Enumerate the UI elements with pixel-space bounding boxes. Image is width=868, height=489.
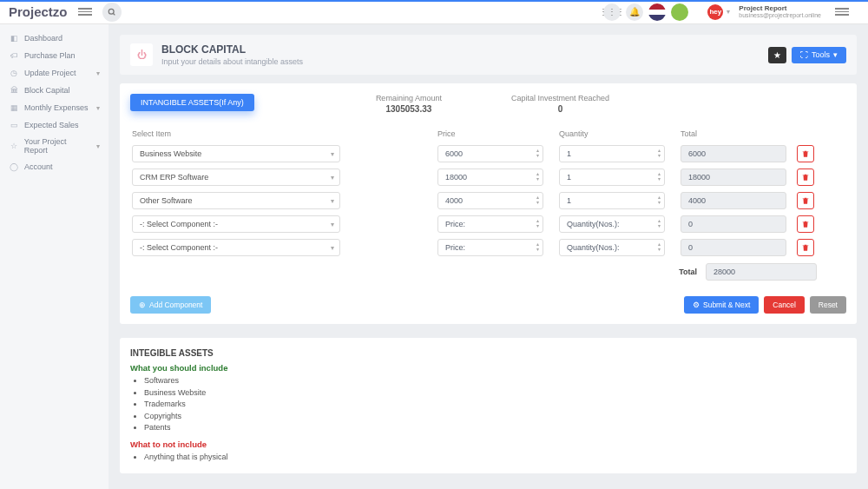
menu-toggle-button[interactable]: [78, 5, 92, 19]
submit-button[interactable]: ⚙ Submit & Next: [684, 296, 759, 314]
svg-line-1: [113, 13, 115, 15]
remaining-value: 1305053.33: [376, 104, 442, 114]
reset-button[interactable]: Reset: [810, 296, 846, 314]
right-menu-button[interactable]: [835, 5, 849, 19]
delete-button[interactable]: [797, 169, 814, 186]
list-item: Anything that is physical: [144, 452, 846, 464]
reached-value: 0: [511, 104, 609, 114]
trash-icon: [801, 243, 810, 252]
chevron-down-icon: ▾: [96, 69, 100, 77]
info-heading: INTEGIBLE ASSETS: [130, 348, 846, 358]
add-component-button[interactable]: ⊕ Add Component: [130, 296, 211, 314]
star-icon: ☆: [9, 141, 19, 151]
reached-label: Capital Investment Reached: [511, 94, 609, 102]
page-subtitle: Input your details about intangible asse…: [161, 57, 303, 66]
table-row: -: Select Component :- Price:▴▾ Quantity…: [130, 215, 846, 233]
list-item: Patents: [144, 422, 846, 434]
sidebar-label: Monthly Expenses: [24, 103, 89, 112]
table-row: -: Select Component :- Price:▴▾ Quantity…: [130, 239, 846, 256]
topbar: Projectzo ⋮⋮⋮ 🔔 hey ▾ Project Report bus…: [0, 0, 868, 24]
item-select[interactable]: CRM ERP Software: [132, 169, 340, 186]
user-email: business@projectreport.online: [739, 12, 821, 19]
main-content: ⏻ BLOCK CAPITAL Input your details about…: [108, 24, 868, 489]
tools-button[interactable]: ⛶ Tools ▾: [792, 47, 846, 63]
submit-label: Submit & Next: [703, 301, 750, 309]
info-card: INTEGIBLE ASSETS What you should include…: [120, 338, 857, 473]
search-button[interactable]: [102, 3, 122, 22]
delete-button[interactable]: [797, 145, 814, 162]
delete-button[interactable]: [797, 192, 814, 209]
add-label: Add Component: [149, 301, 202, 309]
page-header: ⏻ BLOCK CAPITAL Input your details about…: [120, 35, 857, 75]
sidebar-item-purchase-plan[interactable]: 🏷 Purchase Plan: [0, 47, 108, 64]
list-item: Softwares: [144, 375, 846, 387]
user-icon: ◯: [9, 162, 19, 172]
cancel-button[interactable]: Cancel: [764, 296, 804, 314]
list-item: Copyrights: [144, 411, 846, 423]
total-value: 28000: [706, 263, 817, 281]
tools-icon: ⛶: [800, 50, 808, 59]
sidebar-item-dashboard[interactable]: ◧ Dashboard: [0, 30, 108, 47]
row-total: 4000: [681, 192, 786, 209]
price-input[interactable]: Price:▴▾: [437, 239, 543, 256]
item-select[interactable]: -: Select Component :-: [132, 239, 340, 256]
apps-button[interactable]: ⋮⋮⋮: [603, 3, 621, 21]
page-title: BLOCK CAPITAL: [161, 43, 303, 56]
price-input[interactable]: Price:▴▾: [437, 215, 543, 233]
qty-input[interactable]: Quantity(Nos.):▴▾: [559, 215, 665, 233]
sidebar-item-project-report[interactable]: ☆ Your Project Report ▾: [0, 134, 108, 158]
tab-intangible-assets[interactable]: INTANGIBLE ASSETS(If Any): [130, 94, 254, 111]
item-select[interactable]: -: Select Component :-: [132, 215, 340, 233]
sidebar-label: Purchase Plan: [24, 51, 76, 60]
qty-input[interactable]: 1▴▾: [559, 192, 665, 209]
price-input[interactable]: 4000▴▾: [437, 192, 543, 209]
star-button[interactable]: ★: [768, 47, 786, 63]
dashboard-icon: ◧: [9, 33, 19, 43]
tools-label: Tools: [812, 50, 830, 59]
price-input[interactable]: 6000▴▾: [437, 145, 543, 162]
sidebar-item-account[interactable]: ◯ Account: [0, 158, 108, 175]
qty-input[interactable]: 1▴▾: [559, 145, 665, 162]
table-row: CRM ERP Software 18000▴▾ 1▴▾ 18000: [130, 169, 846, 186]
table-row: Other Software 4000▴▾ 1▴▾ 4000: [130, 192, 846, 209]
include-heading: What you should include: [130, 363, 846, 373]
power-icon: ⏻: [130, 43, 153, 66]
item-select[interactable]: Business Website: [132, 145, 340, 162]
price-input[interactable]: 18000▴▾: [437, 169, 543, 186]
gear-icon: ⚙: [693, 301, 700, 309]
row-total: 18000: [681, 169, 786, 186]
row-total: 0: [681, 215, 786, 233]
sidebar-item-block-capital[interactable]: 🏛 Block Capital: [0, 82, 108, 99]
list-item: Business Website: [144, 387, 846, 400]
qty-input[interactable]: Quantity(Nos.):▴▾: [559, 239, 665, 256]
sidebar-label: Dashboard: [24, 34, 62, 43]
language-button[interactable]: [648, 3, 666, 21]
sidebar-item-expected-sales[interactable]: ▭ Expected Sales: [0, 116, 108, 134]
chevron-down-icon: ▾: [96, 104, 100, 112]
chevron-down-icon: ▾: [96, 142, 100, 150]
tag-icon: 🏷: [9, 50, 19, 61]
trash-icon: [801, 173, 810, 182]
col-qty: Quantity: [559, 129, 681, 138]
environment-button[interactable]: [671, 3, 688, 21]
clock-icon: ◷: [9, 68, 19, 78]
row-total: 0: [681, 239, 786, 256]
qty-input[interactable]: 1▴▾: [559, 169, 665, 186]
item-select[interactable]: Other Software: [132, 192, 340, 209]
sidebar: ◧ Dashboard 🏷 Purchase Plan ◷ Update Pro…: [0, 24, 108, 489]
sidebar-item-monthly-expenses[interactable]: ▦ Monthly Expenses ▾: [0, 99, 108, 116]
trash-icon: [801, 149, 810, 158]
total-label: Total: [679, 268, 697, 276]
notifications-button[interactable]: 🔔: [626, 3, 643, 21]
chevron-down-icon: ▾: [727, 8, 730, 16]
delete-button[interactable]: [797, 239, 814, 256]
user-title: Project Report: [739, 4, 821, 13]
delete-button[interactable]: [797, 215, 814, 233]
sidebar-label: Update Project: [24, 69, 76, 77]
sales-icon: ▭: [9, 120, 19, 130]
sidebar-label: Block Capital: [24, 86, 70, 95]
sidebar-label: Expected Sales: [24, 121, 79, 129]
sidebar-item-update-project[interactable]: ◷ Update Project ▾: [0, 64, 108, 82]
bank-icon: 🏛: [9, 85, 19, 96]
user-avatar[interactable]: hey: [707, 4, 723, 20]
